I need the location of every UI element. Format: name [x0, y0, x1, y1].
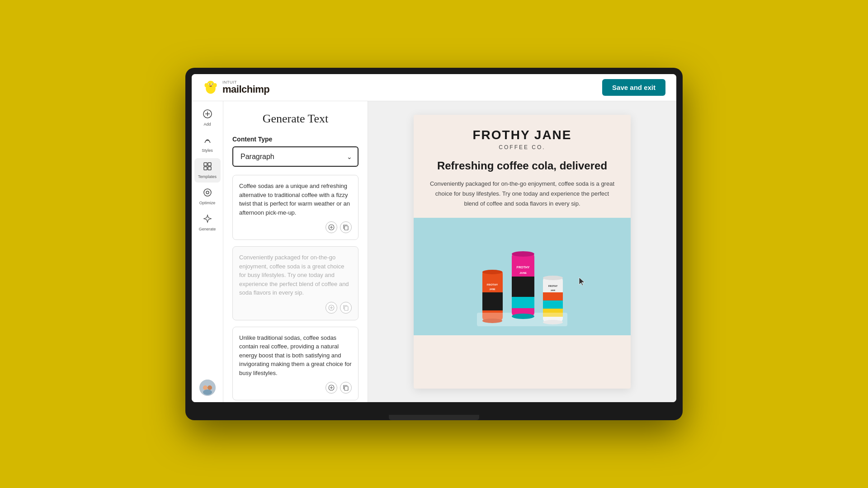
svg-rect-43 — [512, 297, 534, 308]
preview-body-text: Conveniently packaged for on-the-go enjo… — [425, 179, 620, 209]
svg-rect-29 — [344, 306, 348, 310]
svg-point-7 — [205, 83, 208, 87]
svg-point-17 — [206, 191, 209, 194]
user-avatar[interactable] — [199, 380, 216, 396]
svg-text:FROTHY: FROTHY — [486, 283, 498, 286]
svg-point-5 — [212, 84, 213, 84]
svg-rect-25 — [344, 226, 348, 230]
logo: INTUIT mailchimp — [203, 80, 269, 96]
svg-rect-15 — [208, 167, 211, 170]
sidebar-item-styles[interactable]: Styles — [194, 132, 221, 156]
card-3-text: Unlike traditional sodas, coffee sodas c… — [239, 333, 352, 378]
svg-rect-35 — [482, 292, 503, 310]
panel-title: Generate Text — [232, 112, 359, 126]
card-2-add-button[interactable] — [326, 302, 337, 314]
preview-image-section: FROTHY JANE FROTHY JAN — [414, 218, 631, 335]
card-3-copy-button[interactable] — [340, 382, 352, 394]
svg-rect-50 — [543, 300, 563, 309]
can-center: FROTHY JANE — [509, 249, 537, 322]
sidebar-item-optimize[interactable]: Optimize — [194, 184, 221, 209]
svg-text:FROTHY: FROTHY — [548, 285, 557, 287]
cursor-indicator — [578, 277, 587, 290]
preview-area: FROTHY JANE COFFEE CO. Refreshing coffee… — [368, 101, 676, 402]
svg-rect-12 — [204, 163, 207, 166]
card-2-copy-button[interactable] — [340, 302, 352, 314]
generate-panel: Generate Text Content Type Paragraph Sub… — [223, 101, 368, 402]
svg-point-16 — [204, 189, 211, 196]
preview-header-section: FROTHY JANE COFFEE CO. Refreshing coffee… — [414, 115, 631, 218]
content-type-select[interactable]: Paragraph Subject Line Headline Call to … — [232, 146, 359, 167]
app-body: Add Styles Templates — [192, 101, 676, 402]
svg-text:JANE: JANE — [550, 289, 555, 291]
optimize-icon — [203, 188, 212, 199]
svg-rect-42 — [512, 277, 534, 297]
content-type-select-wrapper: Paragraph Subject Line Headline Call to … — [232, 146, 359, 167]
text-card-3: Unlike traditional sodas, coffee sodas c… — [232, 327, 359, 401]
svg-point-47 — [512, 314, 534, 319]
card-1-add-button[interactable] — [326, 221, 337, 233]
text-card-2: Conveniently packaged for on-the-go enjo… — [232, 246, 359, 320]
preview-headline: Refreshing coffee cola, delivered — [425, 159, 620, 173]
generate-icon — [203, 214, 212, 225]
svg-point-19 — [203, 385, 208, 390]
card-1-actions — [239, 221, 352, 233]
card-2-text: Conveniently packaged for on-the-go enjo… — [239, 253, 352, 297]
sidebar-optimize-label: Optimize — [199, 201, 216, 205]
sidebar-item-generate[interactable]: Generate — [194, 211, 221, 235]
sidebar-item-add[interactable]: Add — [194, 106, 221, 130]
svg-rect-33 — [344, 386, 348, 390]
svg-point-21 — [203, 389, 212, 395]
svg-text:JANE: JANE — [519, 272, 526, 274]
svg-text:FROTHY: FROTHY — [516, 266, 529, 269]
brand-sub: COFFEE CO. — [425, 144, 620, 150]
svg-point-46 — [512, 251, 534, 257]
save-exit-button[interactable]: Save and exit — [602, 79, 665, 96]
svg-rect-49 — [543, 292, 563, 300]
templates-icon — [203, 162, 212, 173]
card-1-text: Coffee sodas are a unique and refreshing… — [239, 182, 352, 217]
text-card-1: Coffee sodas are a unique and refreshing… — [232, 175, 359, 240]
styles-icon — [203, 136, 212, 147]
svg-rect-13 — [208, 163, 211, 166]
icon-sidebar: Add Styles Templates — [192, 101, 223, 402]
card-2-actions — [239, 302, 352, 314]
content-type-label: Content Type — [232, 136, 359, 143]
card-3-add-button[interactable] — [326, 382, 337, 394]
avatar-image — [199, 380, 216, 396]
svg-point-39 — [482, 270, 502, 274]
add-icon — [203, 109, 212, 121]
sidebar-generate-label: Generate — [199, 227, 216, 231]
svg-point-20 — [208, 385, 212, 390]
svg-point-1 — [207, 80, 214, 88]
sidebar-item-templates[interactable]: Templates — [194, 158, 221, 183]
mailchimp-logo-icon — [203, 80, 219, 96]
sidebar-add-label: Add — [203, 122, 211, 127]
svg-point-4 — [209, 84, 210, 84]
mailchimp-label: mailchimp — [222, 84, 269, 94]
email-preview: FROTHY JANE COFFEE CO. Refreshing coffee… — [414, 115, 631, 389]
card-1-copy-button[interactable] — [340, 221, 352, 233]
svg-point-54 — [543, 276, 563, 280]
logo-text: INTUIT mailchimp — [222, 80, 269, 94]
sidebar-templates-label: Templates — [198, 174, 217, 179]
card-3-actions — [239, 382, 352, 394]
svg-rect-14 — [204, 167, 207, 170]
brand-name: FROTHY JANE — [425, 128, 620, 142]
app-header: INTUIT mailchimp Save and exit — [192, 74, 676, 101]
svg-text:JANE: JANE — [489, 288, 495, 291]
sidebar-styles-label: Styles — [202, 148, 213, 153]
svg-point-8 — [213, 83, 217, 87]
